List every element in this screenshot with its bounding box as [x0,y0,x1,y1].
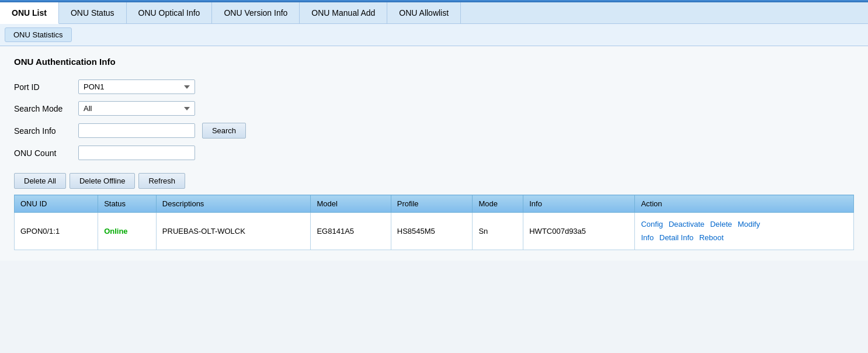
col-onu-id: ONU ID [15,195,98,213]
action-detail-info[interactable]: Detail Info [659,233,694,242]
action-config[interactable]: Config [641,220,663,229]
search-mode-row: Search Mode All ONU ID MAC SN [14,98,252,119]
auth-form: Port ID PON1 PON2 PON3 PON4 Search Mode … [14,76,252,164]
cell-profile: HS8545M5 [391,213,473,250]
col-info: Info [523,195,635,213]
cell-model: EG8141A5 [311,213,391,250]
table-header-row: ONU ID Status Descriptions Model Profile… [15,195,854,213]
action-reboot[interactable]: Reboot [699,233,724,242]
onu-count-row: ONU Count 1/1 [14,142,252,164]
cell-action: Config Deactivate Delete Modify Info Det… [635,213,854,250]
cell-info: HWTC007d93a5 [523,213,635,250]
cell-status: Online [98,213,157,250]
tab-onu-manual-add[interactable]: ONU Manual Add [300,2,387,23]
delete-offline-button[interactable]: Delete Offline [70,173,136,189]
section-title: ONU Authentication Info [14,57,854,67]
action-deactivate[interactable]: Deactivate [669,220,704,229]
action-modify[interactable]: Modify [738,220,760,229]
sub-tab-onu-statistics[interactable]: ONU Statistics [5,27,72,42]
action-info[interactable]: Info [641,233,654,242]
search-button[interactable]: Search [202,123,246,139]
col-profile: Profile [391,195,473,213]
col-mode: Mode [473,195,523,213]
main-tab-bar: ONU List ONU Status ONU Optical Info ONU… [0,2,868,24]
port-id-label: Port ID [14,76,78,98]
search-mode-select[interactable]: All ONU ID MAC SN [78,101,195,116]
action-delete[interactable]: Delete [710,220,732,229]
tab-onu-optical-info[interactable]: ONU Optical Info [127,2,213,23]
tab-onu-list[interactable]: ONU List [0,2,59,24]
status-online-label: Online [104,227,127,236]
action-buttons-row: Delete All Delete Offline Refresh [14,173,854,189]
col-model: Model [311,195,391,213]
search-info-row: Search Info Search [14,119,252,142]
refresh-button[interactable]: Refresh [138,173,185,189]
tab-onu-allowlist[interactable]: ONU Allowlist [387,2,461,23]
onu-table: ONU ID Status Descriptions Model Profile… [14,195,854,250]
onu-count-input: 1/1 [78,146,195,160]
sub-tab-bar: ONU Statistics [0,24,868,46]
tab-onu-status[interactable]: ONU Status [59,2,127,23]
search-mode-label: Search Mode [14,98,78,119]
main-content: ONU Authentication Info Port ID PON1 PON… [0,46,868,261]
search-info-label: Search Info [14,119,78,142]
col-status: Status [98,195,157,213]
col-action: Action [635,195,854,213]
search-info-input[interactable] [78,123,195,138]
cell-descriptions: PRUEBAS-OLT-WOLCK [156,213,311,250]
delete-all-button[interactable]: Delete All [14,173,66,189]
tab-onu-version-info[interactable]: ONU Version Info [212,2,300,23]
col-descriptions: Descriptions [156,195,311,213]
port-id-row: Port ID PON1 PON2 PON3 PON4 [14,76,252,98]
table-row: GPON0/1:1 Online PRUEBAS-OLT-WOLCK EG814… [15,213,854,250]
port-id-select[interactable]: PON1 PON2 PON3 PON4 [78,79,195,94]
onu-count-label: ONU Count [14,142,78,164]
cell-onu-id: GPON0/1:1 [15,213,98,250]
cell-mode: Sn [473,213,523,250]
